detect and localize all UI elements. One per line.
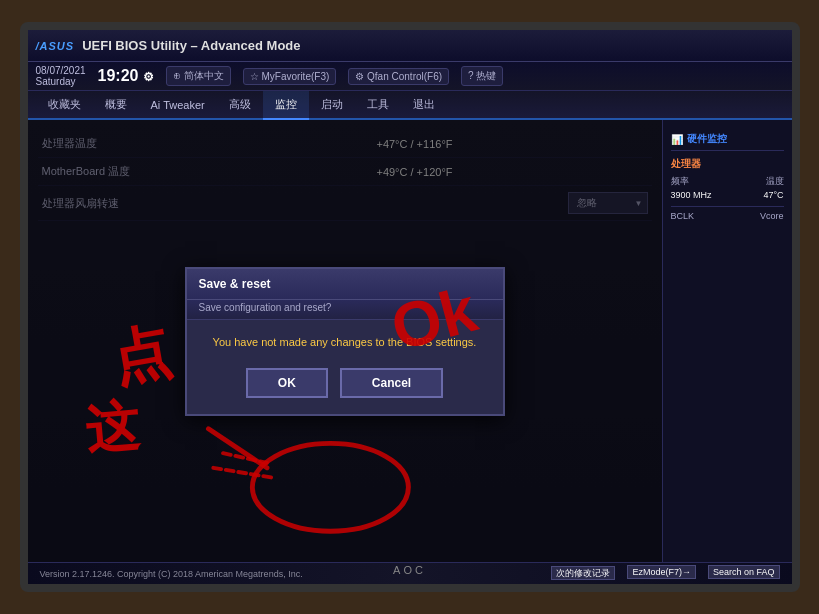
search-faq-btn[interactable]: Search on FAQ (708, 567, 780, 580)
sidebar-row-3: BCLK Vcore (671, 211, 784, 221)
sidebar-row-2: 3900 MHz 47°C (671, 190, 784, 200)
content-area: 处理器温度 +47°C / +116°F MotherBoard 温度 +49°… (28, 120, 662, 562)
date-display: 08/07/2021 Saturday (36, 65, 86, 87)
tab-tools[interactable]: 工具 (355, 91, 401, 120)
favorite-btn[interactable]: ☆ MyFavorite(F3) (243, 68, 337, 85)
bios-title: UEFI BIOS Utility – Advanced Mode (82, 38, 783, 53)
aoc-label: AOC (393, 564, 426, 576)
dialog-buttons: OK Cancel (199, 368, 491, 398)
sidebar-temp-label: 温度 (766, 175, 784, 188)
qfan-btn[interactable]: ⚙ Qfan Control(F6) (348, 68, 449, 85)
dialog-subtitle: Save configuration and reset? (187, 300, 503, 320)
time-display: 19:20 ⚙ (98, 67, 154, 85)
language-btn[interactable]: ⊕ 简体中文 (166, 66, 231, 86)
save-hint-btn[interactable]: 次的修改记录 (551, 567, 615, 580)
cancel-button[interactable]: Cancel (340, 368, 443, 398)
monitor-icon: 📊 (671, 134, 683, 145)
hardware-sidebar: 📊 硬件监控 处理器 频率 温度 3900 MHz 47°C BCLK Vcor… (662, 120, 792, 562)
tab-ai-tweaker[interactable]: Ai Tweaker (139, 93, 217, 119)
hotkey-btn[interactable]: ? 热键 (461, 66, 503, 86)
tab-exit[interactable]: 退出 (401, 91, 447, 120)
sidebar-header: 📊 硬件监控 (671, 128, 784, 151)
bios-screen: /ASUS UEFI BIOS Utility – Advanced Mode … (28, 30, 792, 584)
tab-monitor[interactable]: 监控 (263, 91, 309, 120)
sidebar-bclk-label: BCLK (671, 211, 695, 221)
sidebar-row-1: 频率 温度 (671, 175, 784, 188)
date-text: 08/07/2021 Saturday (36, 65, 86, 87)
dialog-message: You have not made any changes to the BIO… (199, 336, 491, 348)
ok-button[interactable]: OK (246, 368, 328, 398)
dialog-title: Save & reset (187, 269, 503, 300)
main-content: 处理器温度 +47°C / +116°F MotherBoard 温度 +49°… (28, 120, 792, 562)
datetime-bar: 08/07/2021 Saturday 19:20 ⚙ ⊕ 简体中文 ☆ MyF… (28, 62, 792, 91)
footer-buttons: 次的修改记录 EzMode(F7)→ Search on FAQ (551, 567, 779, 580)
dialog-overlay: Save & reset Save configuration and rese… (28, 120, 662, 562)
sidebar-divider (671, 206, 784, 207)
dialog-body: You have not made any changes to the BIO… (187, 320, 503, 414)
sidebar-vcore-label: Vcore (760, 211, 784, 221)
sidebar-freq-value: 3900 MHz (671, 190, 712, 200)
nav-tabs: 收藏夹 概要 Ai Tweaker 高级 监控 启动 工具 退出 (28, 91, 792, 120)
sidebar-section-cpu: 处理器 (671, 157, 784, 171)
sidebar-freq-label: 频率 (671, 175, 689, 188)
tab-boot[interactable]: 启动 (309, 91, 355, 120)
tab-advanced[interactable]: 高级 (217, 91, 263, 120)
footer-version: Version 2.17.1246. Copyright (C) 2018 Am… (40, 569, 303, 579)
monitor-frame: /ASUS UEFI BIOS Utility – Advanced Mode … (20, 22, 800, 592)
tab-favorites[interactable]: 收藏夹 (36, 91, 93, 120)
top-bar: /ASUS UEFI BIOS Utility – Advanced Mode (28, 30, 792, 62)
tab-overview[interactable]: 概要 (93, 91, 139, 120)
settings-icon[interactable]: ⚙ (143, 70, 154, 84)
sidebar-temp-value: 47°C (763, 190, 783, 200)
dialog-box: Save & reset Save configuration and rese… (185, 267, 505, 416)
asus-logo: /ASUS (36, 40, 75, 52)
ez-mode-btn[interactable]: EzMode(F7)→ (627, 567, 696, 580)
